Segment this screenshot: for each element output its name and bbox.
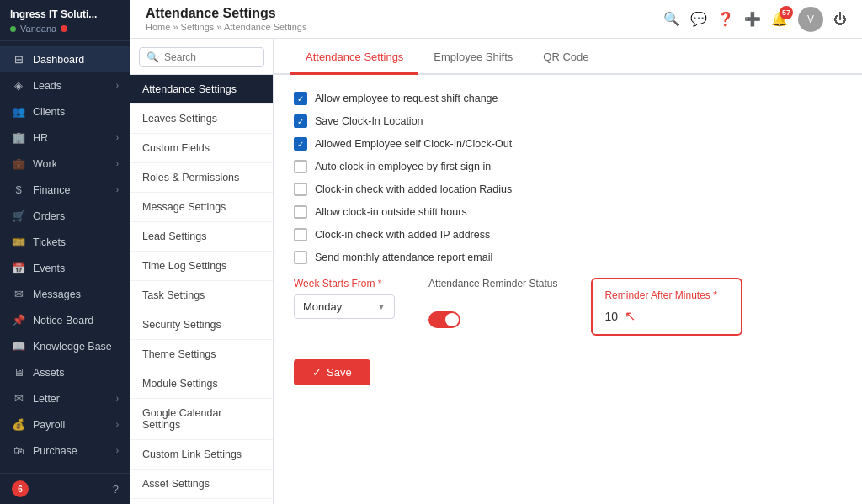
checkbox-label-auto-clock-in: Auto clock-in employee by first sign in bbox=[315, 161, 491, 172]
sidebar-item-label: Tickets bbox=[33, 236, 66, 248]
reminder-minutes-box: Reminder After Minutes * 10 ↖ bbox=[591, 278, 742, 336]
search-field[interactable]: 🔍 bbox=[139, 47, 264, 67]
panel-item-custom-fields[interactable]: Custom Fields bbox=[130, 134, 273, 163]
sidebar-item-label: Orders bbox=[33, 210, 65, 222]
sidebar-item-label: Events bbox=[33, 263, 65, 274]
topbar-right: 🔍 💬 ❓ ➕ 🔔 57 V ⏻ bbox=[663, 7, 847, 32]
chevron-right-icon: › bbox=[116, 185, 119, 194]
chevron-right-icon: › bbox=[116, 394, 119, 403]
checkbox-row-allow-shift-change: ✓ Allow employee to request shift change bbox=[294, 92, 842, 105]
sidebar-item-work[interactable]: 💼 Work › bbox=[0, 151, 130, 177]
nav-icon-clients: 👥 bbox=[12, 105, 25, 118]
panel-item-asset-settings[interactable]: Asset Settings bbox=[130, 470, 273, 499]
tab-employee-shifts[interactable]: Employee Shifts bbox=[418, 39, 528, 75]
sidebar-item-knowledge-base[interactable]: 📖 Knowledge Base bbox=[0, 333, 130, 359]
sidebar-item-hr[interactable]: 🏢 HR › bbox=[0, 125, 130, 151]
checkbox-clock-in-location-radius[interactable] bbox=[294, 183, 307, 196]
nav-icon-payroll: 💰 bbox=[12, 418, 25, 431]
sidebar-item-finance[interactable]: $ Finance › bbox=[0, 177, 130, 203]
save-label: Save bbox=[327, 366, 352, 379]
sidebar-item-label: Work bbox=[33, 158, 57, 170]
checkbox-allowed-self-clock[interactable]: ✓ bbox=[294, 137, 307, 151]
sidebar-item-dashboard[interactable]: ⊞ Dashboard bbox=[0, 46, 130, 72]
checkbox-allow-shift-change[interactable]: ✓ bbox=[294, 92, 307, 105]
checkbox-allow-outside-shift[interactable] bbox=[294, 205, 307, 219]
panel-item-message-settings[interactable]: Message Settings bbox=[130, 193, 273, 222]
week-starts-select[interactable]: Monday ▼ bbox=[294, 294, 395, 319]
panel-item-security-settings[interactable]: Security Settings bbox=[130, 310, 273, 340]
right-panel: Attendance SettingsEmployee ShiftsQR Cod… bbox=[274, 39, 862, 504]
sidebar-item-label: Letter bbox=[33, 393, 60, 405]
sidebar-item-assets[interactable]: 🖥 Assets bbox=[0, 359, 130, 385]
avatar[interactable]: V bbox=[798, 7, 823, 32]
reminder-minutes-label: Reminder After Minutes * bbox=[604, 289, 729, 301]
chevron-right-icon: › bbox=[116, 81, 119, 90]
reminder-status-group: Attendance Reminder Status bbox=[428, 278, 557, 328]
nav-icon-work: 💼 bbox=[12, 157, 25, 170]
panel-item-roles-permissions[interactable]: Roles & Permissions bbox=[130, 163, 273, 193]
panel-item-lead-settings[interactable]: Lead Settings bbox=[130, 222, 273, 252]
sidebar-item-clients[interactable]: 👥 Clients bbox=[0, 98, 130, 125]
panel-item-module-settings[interactable]: Module Settings bbox=[130, 369, 273, 399]
sidebar-item-label: Messages bbox=[33, 289, 81, 300]
week-starts-value: Monday bbox=[303, 300, 370, 313]
nav-icon-messages: ✉ bbox=[12, 288, 25, 300]
checkbox-auto-clock-in[interactable] bbox=[294, 160, 307, 173]
panel-item-task-settings[interactable]: Task Settings bbox=[130, 281, 273, 310]
nav-icon-dashboard: ⊞ bbox=[12, 53, 25, 66]
online-status-dot bbox=[10, 26, 16, 32]
power-icon[interactable]: ⏻ bbox=[833, 12, 847, 27]
panel-item-payroll-settings[interactable]: Payroll Settings bbox=[130, 499, 273, 504]
panel-item-theme-settings[interactable]: Theme Settings bbox=[130, 340, 273, 369]
search-icon[interactable]: 🔍 bbox=[663, 11, 680, 27]
chevron-right-icon: › bbox=[116, 159, 119, 168]
sidebar-item-purchase[interactable]: 🛍 Purchase › bbox=[0, 438, 130, 464]
notification-button[interactable]: 🔔 57 bbox=[771, 11, 788, 27]
sidebar-nav: ⊞ Dashboard ◈ Leads › 👥 Clients 🏢 HR › 💼… bbox=[0, 41, 130, 473]
checkbox-save-clock-in-location[interactable]: ✓ bbox=[294, 114, 307, 128]
sidebar-item-orders[interactable]: 🛒 Orders bbox=[0, 203, 130, 229]
sidebar-item-label: Assets bbox=[33, 367, 65, 379]
checkbox-label-send-monthly-report: Send monthly attendance report email bbox=[315, 252, 492, 263]
panel-menu: Attendance SettingsLeaves SettingsCustom… bbox=[130, 75, 273, 504]
sidebar-item-label: Clients bbox=[33, 106, 65, 118]
tab-qr-code[interactable]: QR Code bbox=[528, 39, 604, 75]
sidebar-item-label: Payroll bbox=[33, 419, 65, 431]
help-icon[interactable]: ? bbox=[113, 483, 119, 496]
content-area: 🔍 Attendance SettingsLeaves SettingsCust… bbox=[130, 39, 862, 504]
panel-item-time-log-settings[interactable]: Time Log Settings bbox=[130, 252, 273, 281]
panel-item-attendance-settings[interactable]: Attendance Settings bbox=[130, 75, 273, 104]
panel-item-leaves-settings[interactable]: Leaves Settings bbox=[130, 104, 273, 134]
sidebar-item-payroll[interactable]: 💰 Payroll › bbox=[0, 411, 130, 438]
reminder-status-label: Attendance Reminder Status bbox=[428, 278, 557, 289]
sidebar-item-label: HR bbox=[33, 132, 48, 144]
chat-icon[interactable]: 💬 bbox=[690, 11, 707, 27]
sidebar-item-label: Dashboard bbox=[33, 54, 84, 66]
tabs-bar: Attendance SettingsEmployee ShiftsQR Cod… bbox=[274, 39, 862, 75]
sidebar-item-messages[interactable]: ✉ Messages bbox=[0, 281, 130, 307]
checkbox-send-monthly-report[interactable] bbox=[294, 251, 307, 264]
reminder-toggle[interactable] bbox=[428, 311, 460, 328]
sidebar-footer: 6 ? bbox=[0, 473, 130, 504]
sidebar-item-tickets[interactable]: 🎫 Tickets bbox=[0, 229, 130, 255]
sidebar-item-leads[interactable]: ◈ Leads › bbox=[0, 72, 130, 98]
checkbox-row-clock-in-location-radius: Clock-in check with added location Radiu… bbox=[294, 183, 842, 196]
checkbox-row-save-clock-in-location: ✓ Save Clock-In Location bbox=[294, 114, 842, 128]
nav-icon-tickets: 🎫 bbox=[12, 236, 25, 248]
save-button[interactable]: ✓ Save bbox=[294, 359, 370, 385]
help-circle-icon[interactable]: ❓ bbox=[717, 11, 734, 27]
checkbox-clock-in-ip[interactable] bbox=[294, 228, 307, 241]
nav-icon-purchase: 🛍 bbox=[12, 444, 25, 457]
search-input[interactable] bbox=[164, 51, 257, 63]
sidebar-item-notice-board[interactable]: 📌 Notice Board bbox=[0, 307, 130, 333]
tab-attendance-settings[interactable]: Attendance Settings bbox=[290, 39, 418, 75]
checkbox-label-allow-outside-shift: Allow clock-in outside shift hours bbox=[315, 206, 467, 218]
sidebar-item-letter[interactable]: ✉ Letter › bbox=[0, 385, 130, 411]
checkbox-label-clock-in-ip: Clock-in check with added IP address bbox=[315, 229, 490, 241]
panel-item-custom-link-settings[interactable]: Custom Link Settings bbox=[130, 440, 273, 470]
sidebar-item-events[interactable]: 📅 Events bbox=[0, 255, 130, 281]
checkbox-row-auto-clock-in: Auto clock-in employee by first sign in bbox=[294, 160, 842, 173]
panel-item-google-calendar-settings[interactable]: Google Calendar Settings bbox=[130, 399, 273, 440]
plus-icon[interactable]: ➕ bbox=[744, 11, 761, 27]
sidebar-alert-dot bbox=[61, 25, 67, 32]
